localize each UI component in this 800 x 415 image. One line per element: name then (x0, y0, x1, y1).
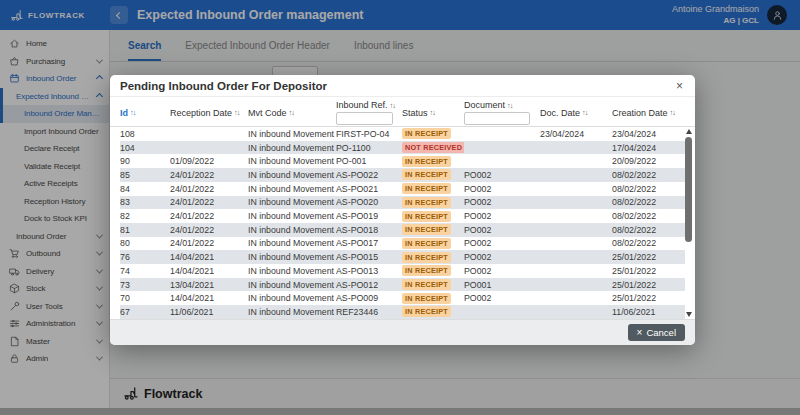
cell-inboundRef: PO-1100 (336, 143, 402, 153)
cell-status: IN RECEIPT (402, 183, 464, 194)
cell-id: 85 (120, 170, 170, 180)
scroll-down-icon[interactable] (686, 312, 692, 317)
cell-inboundRef: REF23446 (336, 307, 402, 317)
table-header: Id↑↓Reception Date↑↓Mvt Code↑↓Inbound Re… (110, 97, 695, 127)
column-header-document[interactable]: Document↑↓ (464, 99, 540, 126)
cell-document: PO002 (464, 266, 540, 276)
cell-status: IN RECEIPT (402, 128, 464, 139)
table-row[interactable]: 108IN inbound MovementFIRST-PO-04IN RECE… (120, 127, 685, 141)
cell-receptionDate: 24/01/2022 (170, 211, 248, 221)
close-icon[interactable]: × (674, 80, 685, 92)
cell-id: 73 (120, 280, 170, 290)
modal-footer: × Cancel (110, 319, 695, 345)
column-header-id[interactable]: Id↑↓ (120, 99, 170, 126)
cell-status: IN RECEIPT (402, 252, 464, 263)
cell-creationDate: 25/01/2022 (612, 280, 685, 290)
cell-document: PO002 (464, 293, 540, 303)
cell-receptionDate: 24/01/2022 (170, 184, 248, 194)
cell-creationDate: 08/02/2022 (612, 238, 685, 248)
cell-mvtCode: IN inbound Movement (248, 184, 336, 194)
status-badge: IN RECEIPT (402, 238, 451, 249)
status-badge: NOT RECEIVED (402, 142, 464, 153)
cell-creationDate: 11/06/2021 (612, 307, 685, 317)
cell-document: PO002 (464, 238, 540, 248)
status-badge: IN RECEIPT (402, 197, 451, 208)
cell-receptionDate: 24/01/2022 (170, 238, 248, 248)
cell-mvtCode: IN inbound Movement (248, 225, 336, 235)
cell-document: PO002 (464, 211, 540, 221)
scrollbar-thumb[interactable] (685, 137, 692, 242)
column-label: Inbound Ref. (336, 100, 388, 110)
cell-status: IN RECEIPT (402, 279, 464, 290)
cell-id: 76 (120, 252, 170, 262)
cell-creationDate: 25/01/2022 (612, 266, 685, 276)
sort-icon: ↑↓ (130, 108, 136, 117)
cell-inboundRef: AS-PO015 (336, 252, 402, 262)
cell-receptionDate: 13/04/2021 (170, 280, 248, 290)
table-rows: 108IN inbound MovementFIRST-PO-04IN RECE… (120, 127, 685, 319)
table-row[interactable]: 7313/04/2021IN inbound MovementAS-PO012I… (120, 278, 685, 292)
cell-mvtCode: IN inbound Movement (248, 156, 336, 166)
cell-id: 81 (120, 225, 170, 235)
cell-id: 90 (120, 156, 170, 166)
table-row[interactable]: 8224/01/2022IN inbound MovementAS-PO019I… (120, 209, 685, 223)
cell-inboundRef: AS-PO019 (336, 211, 402, 221)
cell-document: PO002 (464, 225, 540, 235)
sort-icon: ↑↓ (390, 101, 396, 110)
cell-receptionDate: 01/09/2022 (170, 156, 248, 166)
cell-id: 67 (120, 307, 170, 317)
cell-status: IN RECEIPT (402, 224, 464, 235)
table-row[interactable]: 8324/01/2022IN inbound MovementAS-PO020I… (120, 196, 685, 210)
modal-header: Pending Inbound Order For Depositor × (110, 75, 695, 97)
cell-creationDate: 25/01/2022 (612, 252, 685, 262)
table-row[interactable]: 6711/06/2021IN inbound MovementREF23446I… (120, 305, 685, 319)
cell-document: PO001 (464, 280, 540, 290)
cell-receptionDate: 24/01/2022 (170, 225, 248, 235)
column-header-reception-date[interactable]: Reception Date↑↓ (170, 99, 248, 126)
column-header-creation-date[interactable]: Creation Date↑↓ (612, 99, 685, 126)
app-screen: FLOWTRACK Expected Inbound Order managem… (0, 0, 800, 415)
table-row[interactable]: 7014/04/2021IN inbound MovementAS-PO009I… (120, 291, 685, 305)
cell-receptionDate: 14/04/2021 (170, 252, 248, 262)
status-badge: IN RECEIPT (402, 128, 451, 139)
cell-status: IN RECEIPT (402, 197, 464, 208)
cell-inboundRef: AS-PO018 (336, 225, 402, 235)
cell-creationDate: 23/04/2024 (612, 129, 685, 139)
column-header-status[interactable]: Status↑↓ (402, 99, 464, 126)
cell-creationDate: 08/02/2022 (612, 170, 685, 180)
cell-status: IN RECEIPT (402, 169, 464, 180)
column-header-inbound-ref[interactable]: Inbound Ref.↑↓ (336, 99, 402, 126)
status-badge: IN RECEIPT (402, 279, 451, 290)
cell-receptionDate: 24/01/2022 (170, 170, 248, 180)
table-row[interactable]: 8424/01/2022IN inbound MovementAS-PO021I… (120, 182, 685, 196)
table-row[interactable]: 7614/04/2021IN inbound MovementAS-PO015I… (120, 250, 685, 264)
cell-inboundRef: PO-001 (336, 156, 402, 166)
column-label: Creation Date (612, 108, 668, 118)
cancel-button[interactable]: × Cancel (628, 324, 685, 341)
cell-status: NOT RECEIVED (402, 142, 464, 153)
filter-input-document[interactable] (464, 112, 530, 125)
column-header-mvt-code[interactable]: Mvt Code↑↓ (248, 99, 336, 126)
cell-document: PO002 (464, 252, 540, 262)
cell-id: 108 (120, 129, 170, 139)
status-badge: IN RECEIPT (402, 169, 451, 180)
cell-status: IN RECEIPT (402, 306, 464, 317)
cell-receptionDate: 14/04/2021 (170, 293, 248, 303)
cell-id: 83 (120, 197, 170, 207)
table-row[interactable]: 8524/01/2022IN inbound MovementAS-PO022I… (120, 168, 685, 182)
cell-mvtCode: IN inbound Movement (248, 280, 336, 290)
cell-id: 82 (120, 211, 170, 221)
column-header-doc-date[interactable]: Doc. Date↑↓ (540, 99, 612, 126)
table-row[interactable]: 104IN inbound MovementPO-1100NOT RECEIVE… (120, 141, 685, 155)
scroll-up-icon[interactable] (686, 129, 692, 134)
filter-input-inbound-ref[interactable] (336, 112, 393, 125)
cell-id: 104 (120, 143, 170, 153)
table-row[interactable]: 8024/01/2022IN inbound MovementAS-PO017I… (120, 237, 685, 251)
table-row[interactable]: 7414/04/2021IN inbound MovementAS-PO013I… (120, 264, 685, 278)
cell-docDate: 23/04/2024 (540, 129, 612, 139)
table-row[interactable]: 8124/01/2022IN inbound MovementAS-PO018I… (120, 223, 685, 237)
table-row[interactable]: 9001/09/2022IN inbound MovementPO-001IN … (120, 154, 685, 168)
cell-mvtCode: IN inbound Movement (248, 129, 336, 139)
cell-status: IN RECEIPT (402, 293, 464, 304)
cell-status: IN RECEIPT (402, 238, 464, 249)
